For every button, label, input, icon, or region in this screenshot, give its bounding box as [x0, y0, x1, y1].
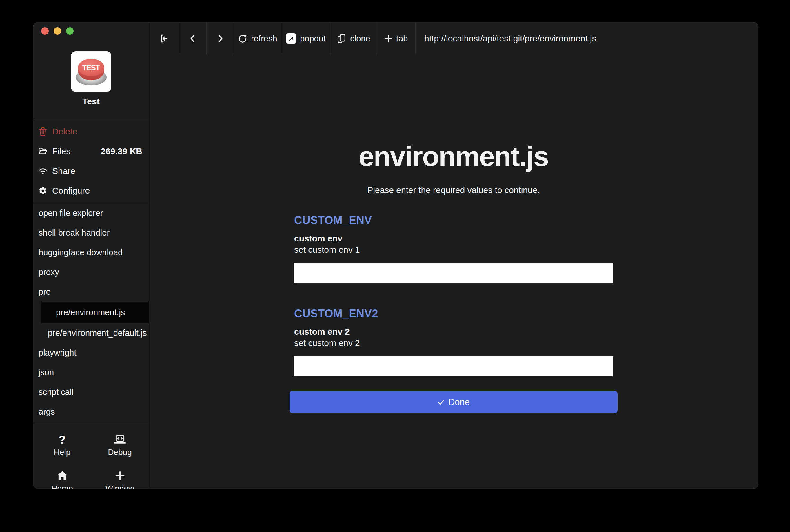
sidebar-item-configure[interactable]: Configure — [33, 181, 149, 201]
sidebar-item-label: Delete — [52, 127, 77, 136]
sidebar-item-pre[interactable]: pre — [33, 282, 149, 302]
app-icon-text: TEST — [82, 63, 100, 72]
toolbar: refresh popout clone tab http://localhos… — [149, 22, 758, 55]
page-title: environment.js — [149, 140, 758, 172]
env-var-description: set custom env 2 — [294, 338, 613, 348]
done-button[interactable]: Done — [289, 391, 618, 413]
app-name: Test — [33, 96, 149, 106]
app-icon: TEST — [71, 51, 111, 92]
divider — [33, 424, 149, 424]
new-window-button[interactable]: Window — [91, 463, 149, 489]
field-group-custom-env: CUSTOM_ENV custom env set custom env 1 — [289, 214, 618, 283]
script-list: open file explorer shell break handler h… — [33, 203, 149, 422]
minimize-button[interactable] — [54, 27, 61, 35]
collapse-left-icon — [159, 34, 169, 43]
sidebar-item-script-call[interactable]: script call — [33, 382, 149, 402]
test-button-top: TEST — [78, 59, 104, 76]
debug-button[interactable]: Debug — [91, 427, 149, 463]
sidebar-item-delete[interactable]: Delete — [33, 122, 149, 141]
plus-icon — [384, 34, 393, 43]
refresh-icon — [238, 34, 247, 43]
window-label: Window — [106, 484, 134, 489]
home-button[interactable]: Home — [33, 463, 91, 489]
debug-label: Debug — [108, 448, 132, 457]
home-icon — [57, 470, 68, 481]
wifi-icon — [39, 167, 47, 175]
home-label: Home — [51, 484, 73, 489]
env-var-name: CUSTOM_ENV — [294, 214, 613, 227]
collapse-sidebar-button[interactable] — [149, 22, 179, 55]
clone-label: clone — [350, 34, 370, 43]
new-tab-button[interactable]: tab — [376, 22, 416, 55]
zoom-button[interactable] — [66, 27, 74, 35]
page-subtitle: Please enter the required values to cont… — [149, 185, 758, 195]
sidebar-item-playwright[interactable]: playwright — [33, 343, 149, 362]
env-var-name: CUSTOM_ENV2 — [294, 307, 613, 320]
address-bar[interactable]: http://localhost/api/test.git/pre/enviro… — [424, 22, 597, 55]
window-controls — [41, 27, 74, 35]
custom-env-input[interactable] — [294, 263, 613, 283]
sidebar-item-pre-environment-default-js[interactable]: pre/environment_default.js — [33, 323, 149, 343]
plus-icon — [115, 470, 125, 481]
help-label: Help — [54, 448, 71, 457]
popout-label: popout — [300, 34, 326, 43]
sidebar-footer: ? Help Debug Home Window — [33, 427, 149, 489]
forward-button[interactable] — [207, 22, 234, 55]
sidebar-item-label: Configure — [52, 186, 90, 195]
sidebar-item-shell-break-handler[interactable]: shell break handler — [33, 223, 149, 243]
custom-env2-input[interactable] — [294, 356, 613, 376]
tab-label: tab — [396, 34, 408, 43]
sidebar-menu: Delete Files 269.39 KB Share Configure — [33, 119, 149, 203]
sidebar-item-pre-environment-js[interactable]: pre/environment.js — [41, 302, 149, 323]
gear-icon — [39, 186, 47, 195]
done-label: Done — [448, 397, 470, 407]
field-group-custom-env2: CUSTOM_ENV2 custom env 2 set custom env … — [289, 307, 618, 376]
chevron-left-icon — [189, 34, 197, 43]
sidebar: TEST Test Delete Files 269.39 KB — [33, 22, 149, 489]
checkmark-icon — [437, 398, 445, 406]
sidebar-item-share[interactable]: Share — [33, 161, 149, 181]
files-size-value: 269.39 KB — [101, 146, 142, 156]
refresh-label: refresh — [251, 34, 277, 43]
folder-open-icon — [39, 147, 47, 156]
clone-button[interactable]: clone — [331, 22, 376, 55]
sidebar-item-open-file-explorer[interactable]: open file explorer — [33, 203, 149, 223]
env-var-label: custom env — [294, 233, 613, 243]
help-button[interactable]: ? Help — [33, 427, 91, 463]
app-window: TEST Test Delete Files 269.39 KB — [33, 22, 758, 489]
right-pane: refresh popout clone tab http://localhos… — [149, 22, 758, 489]
question-mark-icon: ? — [59, 434, 65, 445]
sidebar-item-proxy[interactable]: proxy — [33, 262, 149, 282]
refresh-button[interactable]: refresh — [234, 22, 281, 55]
laptop-code-icon — [114, 434, 126, 445]
back-button[interactable] — [179, 22, 207, 55]
sidebar-item-label: Files — [52, 146, 71, 156]
sidebar-item-huggingface-download[interactable]: huggingface download — [33, 243, 149, 262]
popout-icon — [286, 33, 297, 44]
main-content: environment.js Please enter the required… — [149, 55, 758, 489]
env-var-description: set custom env 1 — [294, 245, 613, 255]
sidebar-item-args[interactable]: args — [33, 402, 149, 422]
clone-icon — [337, 33, 346, 44]
close-button[interactable] — [41, 27, 49, 35]
env-var-label: custom env 2 — [294, 327, 613, 337]
sidebar-item-json[interactable]: json — [33, 362, 149, 382]
trash-icon — [39, 127, 47, 136]
sidebar-item-files[interactable]: Files 269.39 KB — [33, 141, 149, 161]
chevron-right-icon — [216, 34, 224, 43]
env-form: CUSTOM_ENV custom env set custom env 1 C… — [289, 214, 618, 413]
sidebar-item-label: Share — [52, 166, 75, 176]
popout-button[interactable]: popout — [281, 22, 331, 55]
